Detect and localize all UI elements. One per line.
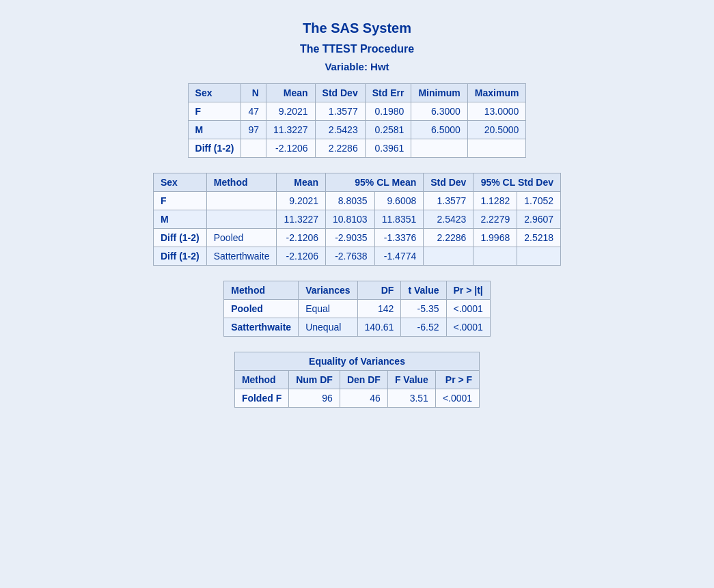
- main-title: The SAS System: [303, 20, 411, 36]
- col3-method: Method: [224, 281, 299, 300]
- table-cell: 1.3577: [424, 192, 473, 210]
- table-cell: 2.5423: [315, 121, 365, 139]
- table-cell: 9.2021: [266, 102, 315, 121]
- table-cell: <.0001: [446, 318, 490, 337]
- table-cell: Satterthwaite: [224, 318, 299, 337]
- table-cell: 140.61: [357, 318, 401, 337]
- col4-fvalue: F Value: [387, 371, 435, 389]
- table-cell: -2.1206: [277, 247, 326, 266]
- table-cell: 96: [289, 389, 340, 408]
- col4-numdf: Num DF: [289, 371, 340, 389]
- ttest-table: Method Variances DF t Value Pr > |t| Poo…: [223, 281, 491, 337]
- table-cell: -2.9035: [326, 229, 375, 247]
- table-row: M11.322710.810311.83512.54232.22792.9607: [153, 210, 560, 229]
- table-cell: -5.35: [401, 300, 446, 318]
- table-cell: 47: [241, 102, 266, 121]
- table-cell: [206, 210, 277, 229]
- table-cell: 6.5000: [411, 121, 467, 139]
- table-cell: 9.2021: [277, 192, 326, 210]
- page-container: The SAS System The TTEST Procedure Varia…: [14, 20, 700, 568]
- table-cell: [424, 247, 473, 266]
- table-row: Folded F96463.51<.0001: [234, 389, 479, 408]
- ci-table: Sex Method Mean 95% CL Mean Std Dev 95% …: [153, 173, 561, 266]
- table-cell: [473, 247, 517, 266]
- table-cell: 2.2279: [473, 210, 517, 229]
- col-header-n: N: [241, 84, 266, 102]
- table-cell: 1.7052: [517, 192, 561, 210]
- proc-title: The TTEST Procedure: [300, 43, 414, 55]
- col-header-minimum: Minimum: [411, 84, 467, 102]
- table-cell: Diff (1-2): [188, 139, 241, 158]
- col-header-sex: Sex: [188, 84, 241, 102]
- col2-cl-mean: 95% CL Mean: [326, 173, 424, 192]
- table-cell: Diff (1-2): [153, 229, 206, 247]
- table-cell: Unequal: [299, 318, 357, 337]
- table-cell: 1.3577: [315, 102, 365, 121]
- table-cell: 11.3227: [277, 210, 326, 229]
- table-cell: <.0001: [446, 300, 490, 318]
- table-cell: -2.1206: [266, 139, 315, 158]
- table-cell: 142: [357, 300, 401, 318]
- col3-df: DF: [357, 281, 401, 300]
- table-cell: 11.3227: [266, 121, 315, 139]
- col-header-mean: Mean: [266, 84, 315, 102]
- table-row: F9.20218.80359.60081.35771.12821.7052: [153, 192, 560, 210]
- col3-tvalue: t Value: [401, 281, 446, 300]
- table-cell: 20.5000: [467, 121, 526, 139]
- table-cell: 1.9968: [473, 229, 517, 247]
- table-row: Diff (1-2)Pooled-2.1206-2.9035-1.33762.2…: [153, 229, 560, 247]
- table-cell: -1.3376: [374, 229, 424, 247]
- equality-variances-section: Equality of Variances Method Num DF Den …: [234, 352, 480, 408]
- col-header-maximum: Maximum: [467, 84, 526, 102]
- table-row: Diff (1-2)Satterthwaite-2.1206-2.7638-1.…: [153, 247, 560, 266]
- ci-section: Sex Method Mean 95% CL Mean Std Dev 95% …: [153, 173, 561, 266]
- table-cell: 10.8103: [326, 210, 375, 229]
- table-cell: Folded F: [234, 389, 288, 408]
- table-cell: 1.1282: [473, 192, 517, 210]
- ttest-section: Method Variances DF t Value Pr > |t| Poo…: [223, 281, 491, 337]
- col2-method: Method: [206, 173, 277, 192]
- table-cell: 0.1980: [365, 102, 411, 121]
- table-cell: 97: [241, 121, 266, 139]
- variable-title: Variable: Hwt: [325, 61, 389, 72]
- col2-mean: Mean: [277, 173, 326, 192]
- table-row: PooledEqual142-5.35<.0001: [224, 300, 491, 318]
- table-cell: 2.2286: [315, 139, 365, 158]
- table-row: Diff (1-2)-2.12062.22860.3961: [188, 139, 526, 158]
- table-cell: 0.3961: [365, 139, 411, 158]
- table-cell: 2.5218: [517, 229, 561, 247]
- col2-sex: Sex: [153, 173, 206, 192]
- table-cell: Equal: [299, 300, 357, 318]
- summary-stats-table: Sex N Mean Std Dev Std Err Minimum Maxim…: [188, 83, 527, 158]
- table-row: SatterthwaiteUnequal140.61-6.52<.0001: [224, 318, 491, 337]
- table-cell: Diff (1-2): [153, 247, 206, 266]
- table-cell: 2.2286: [424, 229, 473, 247]
- table-cell: Satterthwaite: [206, 247, 277, 266]
- equality-variances-table: Equality of Variances Method Num DF Den …: [234, 352, 480, 408]
- table-cell: [411, 139, 467, 158]
- table-cell: F: [153, 192, 206, 210]
- table-cell: -2.1206: [277, 229, 326, 247]
- table-row: M9711.32272.54230.25816.500020.5000: [188, 121, 526, 139]
- table-cell: 3.51: [387, 389, 435, 408]
- table-cell: [517, 247, 561, 266]
- table-cell: 0.2581: [365, 121, 411, 139]
- table-cell: Pooled: [224, 300, 299, 318]
- equality-variances-title: Equality of Variances: [234, 352, 479, 371]
- table-cell: -6.52: [401, 318, 446, 337]
- col-header-stddev: Std Dev: [315, 84, 365, 102]
- table-cell: 46: [340, 389, 387, 408]
- table-cell: M: [153, 210, 206, 229]
- col2-stddev: Std Dev: [424, 173, 473, 192]
- col4-dendf: Den DF: [340, 371, 387, 389]
- col4-method: Method: [234, 371, 288, 389]
- table-cell: [467, 139, 526, 158]
- col2-cl-stddev: 95% CL Std Dev: [473, 173, 561, 192]
- table-cell: -1.4774: [374, 247, 424, 266]
- col4-prob: Pr > F: [435, 371, 479, 389]
- table-cell: 2.9607: [517, 210, 561, 229]
- table-cell: [241, 139, 266, 158]
- table-row: F479.20211.35770.19806.300013.0000: [188, 102, 526, 121]
- summary-stats-section: Sex N Mean Std Dev Std Err Minimum Maxim…: [188, 83, 527, 158]
- table-cell: Pooled: [206, 229, 277, 247]
